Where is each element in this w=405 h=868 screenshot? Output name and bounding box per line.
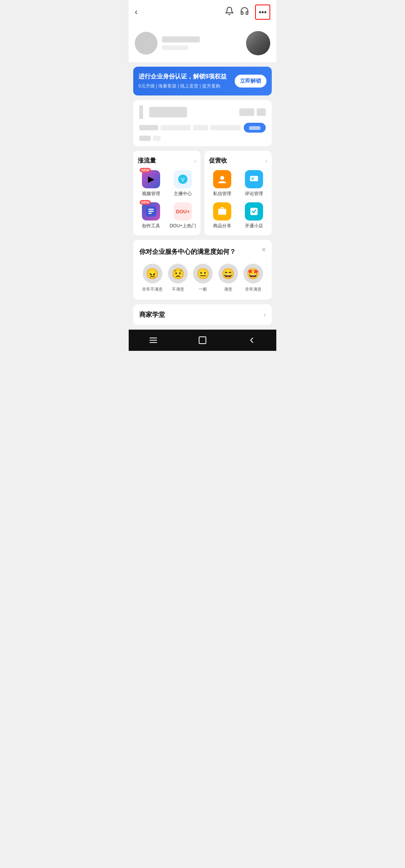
comment-management-label: 评论管理 bbox=[245, 191, 263, 197]
svg-rect-5 bbox=[148, 213, 152, 214]
new-badge: NEW bbox=[140, 168, 151, 172]
very-happy-label: 非常满意 bbox=[245, 286, 262, 292]
sales-icon-grid: 私信管理 评论管理 bbox=[209, 170, 267, 229]
new-badge-create: NEW bbox=[140, 200, 151, 205]
svg-rect-3 bbox=[148, 211, 154, 212]
traffic-more-icon[interactable]: › bbox=[194, 158, 196, 164]
merchant-academy-title: 商家学堂 bbox=[139, 310, 165, 319]
product-share-icon bbox=[213, 202, 231, 221]
anchor-center-icon bbox=[174, 170, 192, 188]
nav-menu-icon[interactable] bbox=[146, 333, 161, 348]
product-share-item[interactable]: 商品分享 bbox=[209, 202, 235, 229]
stats-icon bbox=[139, 105, 143, 119]
stats-info bbox=[139, 125, 241, 130]
satisfaction-very-happy[interactable]: 🤩 非常满意 bbox=[243, 264, 263, 292]
satisfaction-question: 你对企业服务中心的满意度如何？ bbox=[139, 247, 266, 256]
nav-back-icon[interactable] bbox=[244, 333, 259, 348]
stats-action-button[interactable] bbox=[244, 123, 266, 133]
more-menu-button[interactable]: ••• bbox=[255, 5, 270, 20]
svg-rect-7 bbox=[250, 176, 258, 181]
header: ‹ ••• bbox=[129, 0, 276, 24]
unhappy-emoji: 😟 bbox=[168, 264, 188, 283]
sales-title: 促营收 bbox=[209, 157, 227, 165]
profile-avatar-small bbox=[135, 32, 157, 55]
bottom-nav bbox=[129, 330, 276, 351]
creation-tools-item[interactable]: NEW 创作工具 bbox=[138, 202, 164, 229]
anchor-center-label: 主播中心 bbox=[174, 191, 192, 197]
stats-card bbox=[133, 100, 272, 146]
video-management-label: 视频管理 bbox=[142, 191, 160, 197]
stats-sub-row bbox=[139, 136, 266, 141]
creation-tools-icon: NEW bbox=[142, 202, 160, 221]
very-unhappy-label: 非常不满意 bbox=[142, 286, 163, 292]
stats-top-row bbox=[139, 105, 266, 119]
profile-avatar-large bbox=[246, 31, 270, 55]
feature-grid: 涨流量 › ▶ NEW 视频管理 bbox=[133, 151, 272, 235]
unlock-button[interactable]: 立即解锁 bbox=[235, 75, 266, 88]
dou-plus-label: DOU+上热门 bbox=[170, 223, 196, 229]
satisfaction-card: 你对企业服务中心的满意度如何？ × 😠 非常不满意 😟 不满意 😐 一般 😄 满… bbox=[133, 240, 272, 300]
comment-management-icon bbox=[245, 170, 263, 188]
unhappy-label: 不满意 bbox=[172, 286, 184, 292]
satisfaction-unhappy[interactable]: 😟 不满意 bbox=[168, 264, 188, 292]
verification-banner: 进行企业身份认证，解锁9项权益 0元升级 | 海量客源 | 线上卖货 | 提升复… bbox=[133, 67, 272, 95]
satisfaction-happy[interactable]: 😄 满意 bbox=[218, 264, 238, 292]
traffic-icon-grid: ▶ NEW 视频管理 主播中心 bbox=[138, 170, 196, 229]
video-management-item[interactable]: ▶ NEW 视频管理 bbox=[138, 170, 164, 197]
banner-text: 进行企业身份认证，解锁9项权益 0元升级 | 海量客源 | 线上卖货 | 提升复… bbox=[139, 73, 235, 89]
banner-title: 进行企业身份认证，解锁9项权益 bbox=[139, 73, 235, 81]
svg-rect-4 bbox=[148, 209, 154, 210]
stats-tags bbox=[239, 108, 266, 116]
profile-name-placeholder bbox=[162, 36, 200, 42]
satisfaction-options: 😠 非常不满意 😟 不满意 😐 一般 😄 满意 🤩 非常满意 bbox=[139, 264, 266, 292]
sales-card-header: 促营收 › bbox=[209, 157, 267, 165]
back-button[interactable]: ‹ bbox=[135, 7, 137, 17]
nav-home-icon[interactable] bbox=[195, 333, 210, 348]
close-satisfaction-button[interactable]: × bbox=[262, 246, 266, 254]
open-shop-icon bbox=[245, 202, 263, 221]
very-happy-emoji: 🤩 bbox=[243, 264, 263, 283]
neutral-emoji: 😐 bbox=[193, 264, 213, 283]
happy-emoji: 😄 bbox=[218, 264, 238, 283]
open-shop-label: 开通小店 bbox=[245, 223, 263, 229]
dm-management-item[interactable]: 私信管理 bbox=[209, 170, 235, 197]
stats-main-row bbox=[139, 123, 266, 133]
merchant-academy-section[interactable]: 商家学堂 › bbox=[133, 304, 272, 325]
svg-rect-10 bbox=[218, 209, 226, 215]
satisfaction-very-unhappy[interactable]: 😠 非常不满意 bbox=[142, 264, 163, 292]
product-share-label: 商品分享 bbox=[213, 223, 231, 229]
profile-sub-placeholder bbox=[162, 45, 188, 50]
banner-subtitle: 0元升级 | 海量客源 | 线上卖货 | 提升复购 bbox=[139, 83, 235, 89]
merchant-academy-arrow: › bbox=[264, 311, 266, 318]
very-unhappy-emoji: 😠 bbox=[143, 264, 162, 283]
svg-rect-9 bbox=[251, 179, 254, 180]
sales-more-icon[interactable]: › bbox=[265, 158, 267, 164]
stats-logo bbox=[149, 107, 187, 117]
video-management-icon: ▶ NEW bbox=[142, 170, 160, 188]
creation-tools-label: 创作工具 bbox=[142, 223, 160, 229]
happy-label: 满意 bbox=[224, 286, 232, 292]
neutral-label: 一般 bbox=[199, 286, 207, 292]
dm-management-label: 私信管理 bbox=[213, 191, 231, 197]
headset-icon[interactable] bbox=[240, 6, 249, 18]
dou-plus-icon: DOU+ bbox=[174, 202, 192, 221]
notification-icon[interactable] bbox=[225, 6, 234, 18]
dou-plus-item[interactable]: DOU+ DOU+上热门 bbox=[170, 202, 196, 229]
traffic-card-header: 涨流量 › bbox=[138, 157, 196, 165]
traffic-card: 涨流量 › ▶ NEW 视频管理 bbox=[133, 151, 201, 235]
sales-card: 促营收 › 私信管理 bbox=[204, 151, 272, 235]
anchor-center-item[interactable]: 主播中心 bbox=[170, 170, 196, 197]
comment-management-item[interactable]: 评论管理 bbox=[241, 170, 267, 197]
svg-rect-15 bbox=[199, 337, 206, 344]
traffic-title: 涨流量 bbox=[138, 157, 156, 165]
satisfaction-neutral[interactable]: 😐 一般 bbox=[193, 264, 213, 292]
svg-rect-8 bbox=[251, 178, 255, 178]
profile-section bbox=[129, 24, 276, 62]
open-shop-item[interactable]: 开通小店 bbox=[241, 202, 267, 229]
svg-rect-11 bbox=[250, 208, 257, 215]
dm-management-icon bbox=[213, 170, 231, 188]
svg-point-6 bbox=[220, 176, 224, 180]
